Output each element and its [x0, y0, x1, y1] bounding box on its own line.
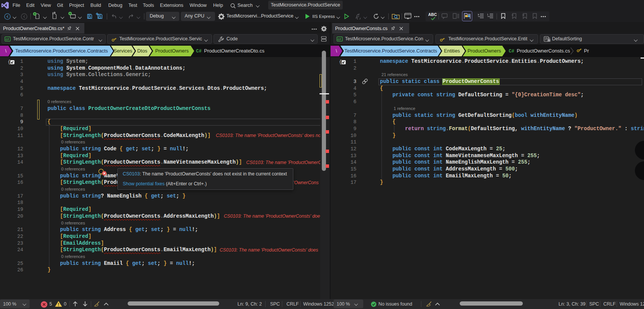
- svg-text:C#: C#: [196, 49, 201, 53]
- svg-text:C#: C#: [509, 49, 514, 53]
- svg-text:c#: c#: [6, 37, 9, 41]
- svg-text:c#: c#: [338, 37, 342, 41]
